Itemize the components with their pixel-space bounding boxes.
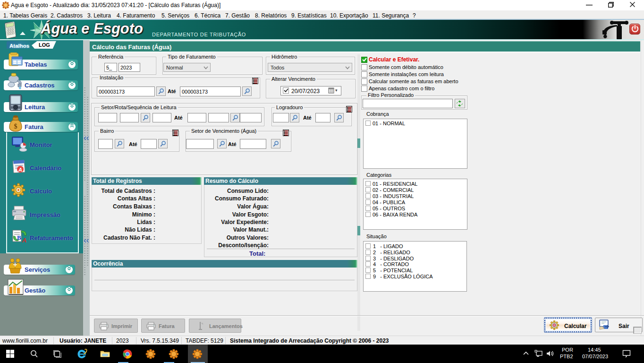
svg-text:B: B bbox=[17, 234, 21, 241]
svg-text:$: $ bbox=[14, 123, 17, 130]
svg-text:A: A bbox=[18, 167, 22, 173]
svg-text:A: A bbox=[22, 237, 26, 244]
